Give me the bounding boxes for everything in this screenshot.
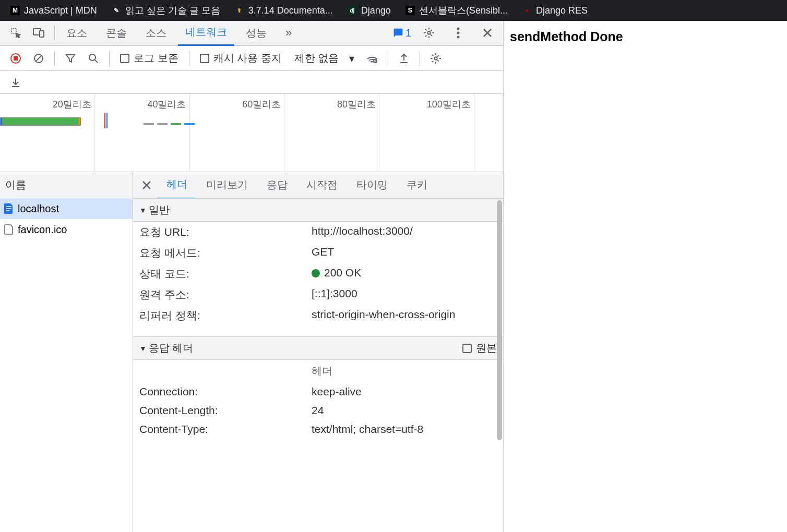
detail-value: strict-origin-when-cross-origin [312, 308, 497, 323]
tab-label: 읽고 싶은 기술 글 모음 [125, 4, 220, 17]
svg-rect-10 [14, 56, 18, 61]
issues-badge[interactable]: 1 [393, 27, 411, 39]
detail-row-request-url: 요청 URL: http://localhost:3000/ [133, 222, 503, 243]
upload-har-icon[interactable] [395, 49, 413, 68]
browser-tab[interactable]: dj Django [341, 2, 397, 19]
svg-point-6 [457, 36, 460, 39]
preserve-log-checkbox[interactable]: 로그 보존 [120, 51, 178, 65]
detail-tab-headers[interactable]: 헤더 [158, 172, 196, 199]
triangle-down-icon: ▼ [139, 344, 147, 353]
detail-key: Connection: [139, 385, 312, 398]
device-toggle-icon[interactable] [29, 23, 48, 42]
scrollbar-thumb[interactable] [497, 200, 502, 440]
general-section-label: 일반 [149, 203, 170, 217]
browser-tab[interactable]: M JavaScript | MDN [4, 2, 103, 19]
network-toolbar: 로그 보존 캐시 사용 중지 제한 없음 ▾ [0, 46, 503, 71]
settings-icon[interactable] [420, 23, 438, 42]
request-list-header[interactable]: 이름 [0, 172, 133, 198]
request-name: localhost [18, 203, 59, 215]
detail-tabs: 헤더 미리보기 응답 시작점 타이밍 쿠키 [133, 172, 503, 198]
close-devtools-icon[interactable] [478, 23, 497, 42]
general-section-header[interactable]: ▼ 일반 [133, 198, 503, 222]
panel-tabs: 요소 콘솔 소스 네트워크 성능 » [59, 20, 393, 46]
request-item-favicon[interactable]: favicon.ico [0, 219, 133, 240]
detail-key: 요청 URL: [139, 225, 312, 239]
inspect-element-icon[interactable] [6, 23, 25, 42]
preserve-log-label: 로그 보존 [134, 51, 178, 65]
throttling-select[interactable]: 제한 없음 ▾ [294, 51, 355, 65]
request-item-localhost[interactable]: localhost [0, 198, 133, 219]
detail-value: [::1]:3000 [312, 287, 497, 302]
disable-cache-checkbox[interactable]: 캐시 사용 중지 [200, 51, 282, 65]
triangle-down-icon: ▼ [139, 206, 147, 214]
detail-value: 200 OK [312, 267, 497, 281]
download-har-icon[interactable] [6, 73, 25, 92]
svg-point-3 [427, 31, 431, 34]
detail-tab-preview[interactable]: 미리보기 [198, 172, 256, 198]
page-text: sendMethod Done [510, 29, 623, 44]
clear-icon[interactable] [29, 49, 48, 68]
status-dot-icon [312, 269, 320, 277]
more-menu-icon[interactable] [449, 23, 468, 42]
more-tabs-icon[interactable]: » [278, 21, 299, 45]
timeline-request-bar [0, 117, 81, 126]
raw-toggle-checkbox[interactable]: 원본 [462, 341, 497, 355]
pencil-favicon-icon: ✎ [112, 6, 121, 15]
search-icon[interactable] [84, 49, 103, 68]
browser-tabs-bar: M JavaScript | MDN ✎ 읽고 싶은 기술 글 모음 ⚕ 3.7… [0, 0, 787, 21]
detail-key: 원격 주소: [139, 287, 312, 302]
filter-icon[interactable] [61, 49, 80, 68]
detail-tab-response[interactable]: 응답 [258, 172, 296, 198]
record-icon[interactable] [6, 49, 25, 68]
tab-performance[interactable]: 성능 [239, 21, 274, 45]
close-detail-icon[interactable] [137, 176, 156, 195]
timeline-tick: 100밀리초 [427, 98, 471, 111]
svg-point-5 [457, 32, 460, 34]
devtools-panel: 요소 콘솔 소스 네트워크 성능 » 1 [0, 21, 504, 532]
tab-label: 3.7.14 Documenta... [248, 5, 333, 16]
network-settings-icon[interactable] [426, 49, 445, 68]
detail-row-method: 요청 메서드: GET [133, 243, 503, 263]
detail-key: Content-Type: [139, 423, 312, 436]
detail-row-referrer: 리퍼러 정책: strict-origin-when-cross-origin [133, 305, 503, 326]
detail-key: 상태 코드: [139, 267, 312, 281]
svg-line-14 [95, 60, 98, 63]
browser-tab[interactable]: ⚕ 3.7.14 Documenta... [229, 2, 339, 19]
detail-value: GET [312, 246, 497, 260]
python-favicon-icon: ⚕ [235, 6, 244, 15]
file-icon [4, 224, 14, 235]
devtools-main-toolbar: 요소 콘솔 소스 네트워크 성능 » 1 [0, 21, 503, 46]
raw-label: 원본 [476, 341, 497, 355]
tab-elements[interactable]: 요소 [59, 21, 94, 45]
browser-tab[interactable]: ● Django RES [516, 2, 594, 19]
network-timeline[interactable]: 20밀리초 40밀리초 60밀리초 80밀리초 100밀리초 [0, 94, 503, 172]
detail-tab-cookies[interactable]: 쿠키 [398, 172, 436, 198]
request-detail-panel: 헤더 미리보기 응답 시작점 타이밍 쿠키 ▼ 일반 요청 URL [133, 172, 503, 532]
svg-rect-0 [11, 29, 16, 33]
checkbox-icon [200, 54, 209, 63]
tab-sources[interactable]: 소스 [138, 21, 174, 45]
network-conditions-icon[interactable] [363, 49, 381, 68]
header-sub-label: 헤더 [305, 360, 503, 382]
detail-content: ▼ 일반 요청 URL: http://localhost:3000/ 요청 메… [133, 198, 503, 532]
detail-value: 24 [312, 404, 497, 417]
detail-tab-initiator[interactable]: 시작점 [298, 172, 346, 198]
page-content: sendMethod Done [504, 21, 787, 532]
request-name: favicon.ico [18, 224, 67, 236]
issues-count: 1 [406, 27, 411, 39]
svg-line-12 [36, 56, 41, 61]
timeline-tick: 40밀리초 [147, 98, 186, 111]
detail-tab-timing[interactable]: 타이밍 [348, 172, 396, 198]
svg-point-13 [89, 54, 96, 61]
response-headers-section-header[interactable]: ▼ 응답 헤더 원본 [133, 336, 503, 360]
browser-tab[interactable]: S 센서블락스(Sensibl... [399, 2, 514, 19]
tab-label: JavaScript | MDN [24, 5, 97, 16]
timeline-dashes [144, 123, 195, 125]
tab-console[interactable]: 콘솔 [99, 21, 134, 45]
detail-key: 리퍼러 정책: [139, 308, 312, 323]
detail-row-status: 상태 코드: 200 OK [133, 263, 503, 284]
browser-tab[interactable]: ✎ 읽고 싶은 기술 글 모음 [105, 2, 226, 19]
timeline-tick: 80밀리초 [337, 98, 376, 111]
tab-network[interactable]: 네트워크 [178, 20, 234, 46]
checkbox-icon [462, 344, 472, 353]
